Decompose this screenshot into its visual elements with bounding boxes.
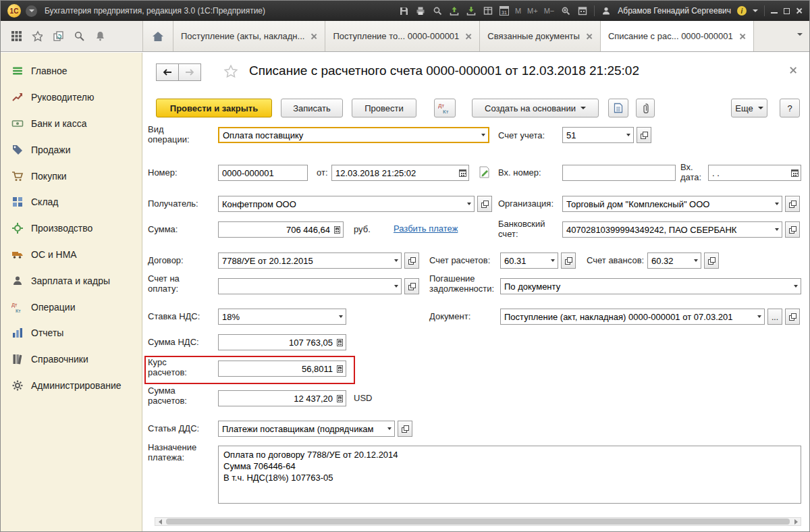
sidebar-item-warehouse[interactable]: Склад: [1, 189, 142, 215]
chevron-down-icon[interactable]: [772, 222, 782, 237]
scroll-left-icon[interactable]: [155, 518, 165, 525]
info-icon[interactable]: i: [737, 6, 747, 16]
chevron-down-icon[interactable]: [691, 253, 701, 268]
bank-account-open-button[interactable]: [785, 221, 800, 238]
incoming-number-field[interactable]: [562, 165, 676, 181]
post-and-close-button[interactable]: Провести и закрыть: [156, 99, 272, 117]
search-icon[interactable]: [74, 31, 84, 42]
scroll-right-icon[interactable]: [791, 518, 801, 525]
chevron-down-icon[interactable]: [547, 253, 558, 268]
import-icon[interactable]: [466, 5, 477, 16]
table-icon[interactable]: [483, 5, 493, 16]
save-icon[interactable]: [398, 5, 409, 16]
chevron-down-icon[interactable]: [391, 253, 401, 268]
show-postings-button[interactable]: ДтКт: [434, 99, 456, 117]
sidebar-item-directories[interactable]: Справочники: [1, 346, 142, 373]
vat-rate-field[interactable]: 18%: [218, 309, 346, 325]
help-button[interactable]: ?: [780, 99, 800, 117]
chevron-down-icon[interactable]: [464, 196, 474, 211]
settlement-account-open-button[interactable]: [561, 252, 576, 269]
history-icon[interactable]: [53, 31, 63, 42]
tab-home[interactable]: [142, 21, 173, 51]
post-button[interactable]: Провести: [352, 99, 416, 117]
invoice-field[interactable]: [218, 278, 402, 294]
memory-m-button[interactable]: M: [515, 7, 521, 15]
close-window-icon[interactable]: [796, 7, 803, 14]
maximize-icon[interactable]: [784, 8, 790, 14]
sidebar-item-manager[interactable]: Руководителю: [1, 84, 142, 111]
current-user-label[interactable]: Абрамов Геннадий Сергеевич: [618, 6, 731, 16]
chevron-down-icon[interactable]: [753, 9, 758, 12]
contract-open-button[interactable]: [404, 252, 419, 269]
save-button[interactable]: Записать: [281, 99, 343, 117]
sidebar-item-operations[interactable]: ДтКт Операции: [1, 294, 142, 320]
advance-account-field[interactable]: 60.32: [647, 252, 701, 269]
chevron-down-icon[interactable]: [623, 128, 633, 142]
print-icon[interactable]: [415, 5, 426, 16]
account-open-button[interactable]: [637, 127, 651, 143]
main-menu-button[interactable]: [26, 5, 37, 17]
favorite-star-icon[interactable]: [223, 64, 238, 82]
export-icon[interactable]: [449, 5, 460, 16]
exchange-rate-field[interactable]: 56,8011: [218, 361, 346, 377]
date-field[interactable]: 12.03.2018 21:25:02: [331, 165, 469, 181]
document-open-button[interactable]: [785, 309, 800, 325]
payee-field[interactable]: Конфетпром ООО: [218, 196, 475, 212]
calculator-icon[interactable]: [334, 361, 346, 376]
organization-field[interactable]: Торговый дом "Комплексный" ООО: [562, 196, 782, 212]
chevron-down-icon[interactable]: [772, 196, 782, 211]
tab-close-icon[interactable]: [465, 33, 472, 40]
memory-m-plus-button[interactable]: M+: [527, 7, 538, 15]
debt-repayment-field[interactable]: По документу: [500, 278, 801, 294]
search-icon[interactable]: [432, 5, 443, 16]
chevron-down-icon[interactable]: [335, 309, 346, 324]
cash-flow-item-open-button[interactable]: [398, 421, 412, 437]
memory-m-minus-button[interactable]: M−: [544, 7, 555, 15]
reports-button[interactable]: [608, 99, 628, 117]
chevron-down-icon[interactable]: [391, 279, 401, 294]
invoice-open-button[interactable]: [404, 278, 419, 294]
tab-list-dropdown-icon[interactable]: [797, 33, 803, 36]
document-field[interactable]: Поступление (акт, накладная) 0000-000001…: [500, 309, 765, 325]
sidebar-item-sales[interactable]: Продажи: [1, 136, 142, 163]
sidebar-item-payroll-hr[interactable]: Зарплата и кадры: [1, 267, 142, 294]
settlement-account-field[interactable]: 60.31: [500, 252, 558, 269]
chevron-down-icon[interactable]: [384, 421, 394, 436]
tab-close-icon[interactable]: [586, 33, 593, 40]
scrollbar-thumb[interactable]: [166, 518, 790, 525]
sidebar-item-reports[interactable]: Отчеты: [1, 320, 142, 346]
bank-account-field[interactable]: 40702810399994349242, ПАО СБЕРБАНК: [562, 221, 782, 238]
tab-receipt-document[interactable]: Поступление то... 0000-000001: [325, 21, 480, 51]
payee-open-button[interactable]: [477, 196, 492, 212]
calendar-grid-icon[interactable]: [577, 5, 588, 16]
split-payment-link[interactable]: Разбить платеж: [394, 223, 458, 234]
amount-field[interactable]: 706 446,64: [218, 221, 344, 238]
tab-bank-writeoff[interactable]: Списание с рас... 0000-000001: [601, 21, 754, 51]
sidebar-item-fixed-assets[interactable]: ОС и НМА: [1, 242, 142, 268]
operation-type-field[interactable]: Оплата поставщику: [218, 127, 489, 143]
sidebar-item-production[interactable]: Производство: [1, 215, 142, 242]
create-based-on-button[interactable]: Создать на основании: [472, 99, 599, 117]
chevron-down-icon[interactable]: [754, 309, 764, 324]
favorites-star-icon[interactable]: [32, 31, 43, 42]
tab-linked-documents[interactable]: Связанные документы: [480, 21, 601, 51]
attachments-button[interactable]: [636, 99, 655, 117]
sidebar-item-administration[interactable]: Администрирование: [1, 373, 142, 399]
calculator-icon[interactable]: [334, 335, 346, 350]
calendar-icon[interactable]: 31: [500, 6, 509, 16]
horizontal-scrollbar[interactable]: [155, 517, 801, 526]
tab-receipt-acts[interactable]: Поступление (акты, накладн...: [173, 21, 325, 51]
forward-button[interactable]: [178, 63, 201, 81]
cash-flow-item-field[interactable]: Платежи поставщикам (подрядчикам: [218, 421, 395, 437]
more-button[interactable]: Еще: [731, 99, 767, 117]
calculator-icon[interactable]: [331, 222, 343, 237]
advance-account-open-button[interactable]: [704, 252, 719, 269]
sidebar-item-bank-cash[interactable]: Банк и касса: [1, 111, 142, 137]
organization-open-button[interactable]: [785, 196, 800, 212]
back-button[interactable]: [156, 63, 179, 81]
minimize-icon[interactable]: [771, 7, 778, 14]
number-field[interactable]: 0000-000001: [218, 165, 308, 181]
calendar-icon[interactable]: [789, 165, 801, 180]
vat-amount-field[interactable]: 107 763,05: [218, 334, 346, 350]
tab-close-icon[interactable]: [739, 33, 746, 40]
